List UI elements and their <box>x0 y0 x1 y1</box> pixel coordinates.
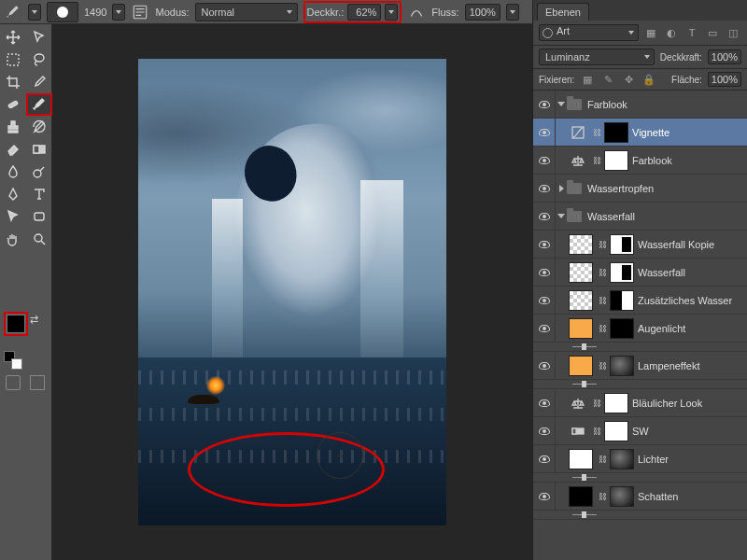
brush-tool-icon[interactable] <box>4 4 22 21</box>
layer-name[interactable]: Farblook <box>632 155 741 166</box>
mask-thumb[interactable] <box>604 393 628 413</box>
type-tool-icon[interactable] <box>26 183 52 205</box>
layer-opacity-field[interactable]: 100% <box>708 49 741 64</box>
opacity-field[interactable]: 62% <box>347 4 381 21</box>
screen-mode-icon[interactable] <box>30 375 45 390</box>
layer-name[interactable]: SW <box>632 426 741 437</box>
layer-name[interactable]: Wasserfall Kopie <box>638 239 741 250</box>
filter-adj-icon[interactable]: ◐ <box>663 25 680 40</box>
lasso-tool-icon[interactable] <box>26 49 52 71</box>
disclosure-icon[interactable] <box>556 214 567 218</box>
brush-tool-icon[interactable] <box>26 93 52 116</box>
filter-kind-select[interactable]: Art <box>539 24 639 41</box>
visibility-toggle[interactable] <box>533 352 556 379</box>
visibility-toggle[interactable] <box>533 287 556 314</box>
tab-layers[interactable]: Ebenen <box>537 3 589 21</box>
mask-thumb[interactable] <box>604 122 628 143</box>
layer-row[interactable]: ⛓Augenlicht <box>533 315 747 343</box>
mask-thumb[interactable] <box>610 262 634 283</box>
layer-name[interactable]: Wassertropfen <box>587 183 741 194</box>
layer-thumb[interactable] <box>569 486 593 507</box>
lock-position-icon[interactable]: ✥ <box>621 72 636 87</box>
layer-row[interactable]: ⛓Vignette <box>533 119 747 147</box>
layer-thumb[interactable] <box>569 290 593 311</box>
blur-tool-icon[interactable] <box>0 161 26 183</box>
layer-row[interactable]: ⛓Lampeneffekt <box>533 352 747 380</box>
stamp-tool-icon[interactable] <box>0 116 26 138</box>
layer-row[interactable]: ⛓Farblook <box>533 147 747 175</box>
flow-dropdown[interactable] <box>506 4 519 21</box>
layer-name[interactable]: Lampeneffekt <box>638 360 741 371</box>
eyedropper-tool-icon[interactable] <box>26 71 52 93</box>
marquee-tool-icon[interactable] <box>0 49 26 71</box>
pressure-opacity-icon[interactable] <box>407 4 426 21</box>
visibility-toggle[interactable] <box>533 91 556 118</box>
visibility-toggle[interactable] <box>533 231 556 258</box>
foreground-swatch-highlighted[interactable] <box>4 312 28 336</box>
layer-row[interactable]: ⛓Schatten <box>533 483 747 511</box>
select-tool-icon[interactable] <box>26 26 52 49</box>
shape-tool-icon[interactable] <box>26 205 52 228</box>
visibility-toggle[interactable] <box>533 483 556 510</box>
layer-name[interactable]: Vignette <box>632 127 741 138</box>
layer-row[interactable]: ⛓SW <box>533 417 747 445</box>
mask-thumb[interactable] <box>610 290 634 311</box>
visibility-toggle[interactable] <box>533 203 556 230</box>
layer-row[interactable]: Wasserfall <box>533 203 747 231</box>
hand-tool-icon[interactable] <box>0 228 26 250</box>
quick-mask-icon[interactable] <box>6 375 21 390</box>
artboard[interactable] <box>138 59 446 525</box>
layer-name[interactable]: Lichter <box>638 454 741 465</box>
mask-thumb[interactable] <box>610 234 634 255</box>
disclosure-icon[interactable] <box>556 102 567 106</box>
layer-thumb[interactable] <box>569 356 593 376</box>
mask-thumb[interactable] <box>604 421 628 441</box>
layer-row[interactable]: ⛓Wasserfall Kopie <box>533 231 747 259</box>
visibility-toggle[interactable] <box>533 315 556 342</box>
layer-name[interactable]: Farblook <box>587 99 741 110</box>
mask-thumb[interactable] <box>610 449 634 469</box>
heal-tool-icon[interactable] <box>0 93 26 116</box>
lock-all-icon[interactable]: 🔒 <box>641 72 656 87</box>
layer-thumb[interactable] <box>569 234 593 255</box>
move-tool-icon[interactable] <box>0 26 26 49</box>
eraser-tool-icon[interactable] <box>0 138 26 161</box>
layer-blend-select[interactable]: Luminanz <box>539 49 655 65</box>
visibility-toggle[interactable] <box>533 119 556 146</box>
mask-thumb[interactable] <box>604 150 628 171</box>
mask-thumb[interactable] <box>610 486 634 507</box>
dodge-tool-icon[interactable] <box>26 161 52 183</box>
history-brush-icon[interactable] <box>26 116 52 138</box>
brush-size-dropdown[interactable] <box>112 4 125 21</box>
layer-name[interactable]: Wasserfall <box>587 211 741 222</box>
brush-panel-icon[interactable] <box>131 4 149 21</box>
pen-tool-icon[interactable] <box>0 183 26 205</box>
layer-name[interactable]: Schatten <box>638 491 741 502</box>
layer-name[interactable]: Augenlicht <box>638 323 741 334</box>
filter-type-icon[interactable]: T <box>684 25 700 40</box>
clip-slider[interactable] <box>572 345 597 349</box>
path-select-icon[interactable] <box>0 205 26 228</box>
layer-row[interactable]: Farblook <box>533 91 747 119</box>
layer-row[interactable]: Wassertropfen <box>533 175 747 203</box>
visibility-toggle[interactable] <box>533 147 556 174</box>
crop-tool-icon[interactable] <box>0 71 26 93</box>
layer-thumb[interactable] <box>569 318 593 339</box>
lock-transparent-icon[interactable]: ▦ <box>580 72 595 87</box>
clip-slider[interactable] <box>572 476 597 480</box>
lock-pixels-icon[interactable]: ✎ <box>600 72 615 87</box>
tool-preset-dropdown[interactable] <box>28 4 41 21</box>
layer-name[interactable]: Bläulicher Look <box>632 398 741 409</box>
visibility-toggle[interactable] <box>533 445 556 472</box>
mask-thumb[interactable] <box>610 318 634 339</box>
layer-thumb[interactable] <box>569 262 593 283</box>
mask-thumb[interactable] <box>610 356 634 376</box>
swap-colors-icon[interactable]: ⇄ <box>30 314 38 326</box>
layer-name[interactable]: Wasserfall <box>638 267 741 278</box>
flow-field[interactable]: 100% <box>465 4 500 21</box>
filter-pixel-icon[interactable]: ▦ <box>642 25 659 40</box>
layer-row[interactable]: ⛓Lichter <box>533 445 747 473</box>
visibility-toggle[interactable] <box>533 389 556 416</box>
blend-mode-select[interactable]: Normal <box>195 3 298 21</box>
visibility-toggle[interactable] <box>533 175 556 202</box>
